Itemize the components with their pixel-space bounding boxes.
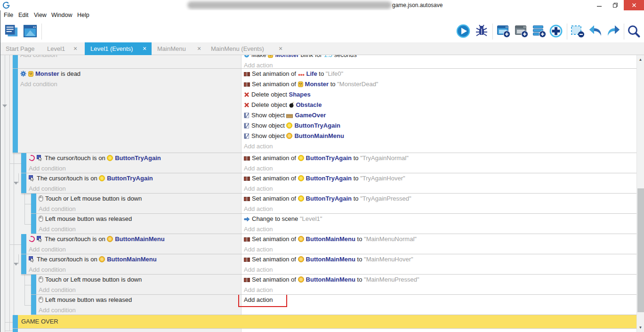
close-button[interactable]	[624, 0, 644, 10]
event-line[interactable]: Set animation of Monster to "MonsterDead…	[242, 79, 636, 89]
add-external-layout-icon[interactable]	[515, 24, 529, 39]
conditions-cell[interactable]: The cursor/touch is on ButtonTryAgainAdd…	[21, 173, 241, 193]
menu-file[interactable]: File	[4, 12, 13, 18]
minimize-button[interactable]	[592, 0, 606, 10]
actions-cell[interactable]: Set animation of ButtonTryAgain to "TryA…	[241, 173, 636, 193]
add-placeholder-line[interactable]: Add condition	[13, 79, 241, 89]
redo-icon[interactable]	[606, 24, 621, 39]
event-line[interactable]: Set animation of Life to "Life0"	[242, 69, 636, 79]
event-line[interactable]: Touch or Left mouse button is down	[31, 275, 241, 285]
add-placeholder-line[interactable]: Add action	[242, 265, 636, 275]
conditions-cell[interactable]: Left mouse button was releasedAdd condit…	[31, 214, 241, 234]
event-bar[interactable]	[31, 295, 36, 315]
restore-button[interactable]	[608, 0, 622, 10]
actions-cell[interactable]: Make Monster blink for 1.5 secondsAdd ac…	[241, 55, 636, 68]
conditions-cell[interactable]: Left mouse button was releasedAdd condit…	[31, 295, 241, 315]
scroll-up-icon[interactable]: ▲	[637, 57, 644, 62]
add-external-events-icon[interactable]	[532, 24, 547, 39]
event-line[interactable]: Delete object Obstacle	[242, 100, 636, 110]
conditions-cell[interactable]: The cursor/touch is on ButtonTryAgainAdd…	[21, 153, 241, 173]
event-line[interactable]: The cursor/touch is on ButtonTryAgain	[21, 173, 241, 184]
add-placeholder-line[interactable]: Add action	[242, 224, 636, 234]
add-placeholder-line[interactable]: Add condition	[21, 163, 241, 173]
add-placeholder-line[interactable]: Add condition	[31, 204, 241, 214]
event-line[interactable]: Set animation of ButtonMainMenu to "Main…	[242, 275, 636, 285]
add-placeholder-line[interactable]: Add condition	[31, 224, 241, 234]
deselect-icon[interactable]	[571, 24, 585, 39]
conditions-cell[interactable]: Monster is deadAdd condition	[13, 69, 241, 153]
menu-edit[interactable]: Edit	[18, 12, 29, 18]
project-manager-icon[interactable]	[4, 24, 19, 39]
conditions-cell[interactable]: The cursor/touch is on ButtonMainMenuAdd…	[21, 254, 241, 274]
event-line[interactable]: Make Monster blink for 1.5 seconds	[242, 55, 636, 60]
event-line[interactable]: Set animation of ButtonTryAgain to "TryA…	[242, 153, 636, 163]
event-line[interactable]: Show object ButtonTryAgain	[242, 121, 636, 131]
event-line[interactable]: Set animation of ButtonMainMenu to "Main…	[242, 254, 636, 265]
actions-cell[interactable]	[241, 329, 636, 332]
tab-start-page[interactable]: Start Page	[6, 45, 34, 52]
event-bar[interactable]	[21, 234, 26, 254]
actions-cell[interactable]: Set animation of Life to "Life0"Set anim…	[241, 69, 636, 153]
event-bar[interactable]	[13, 329, 18, 332]
actions-cell[interactable]: Set animation of ButtonMainMenu to "Main…	[241, 234, 636, 254]
event-line[interactable]: Show object ButtonMainMenu	[242, 131, 636, 141]
menu-help[interactable]: Help	[77, 12, 89, 18]
conditions-cell[interactable]: Touch or Left mouse button is downAdd co…	[31, 275, 241, 294]
actions-cell[interactable]: Change to scene "Level1"Add action	[241, 214, 636, 234]
add-placeholder-line[interactable]: Add action	[242, 295, 636, 305]
event-line[interactable]: Set animation of ButtonTryAgain to "TryA…	[242, 194, 636, 204]
tab-mainmenu[interactable]: MainMenu	[157, 45, 186, 52]
open-scene-window-icon[interactable]	[23, 24, 38, 39]
event-line[interactable]: Left mouse button was released	[31, 214, 241, 224]
event-line[interactable]: Change to scene "Level1"	[242, 214, 636, 224]
add-placeholder-line[interactable]: Add action	[242, 60, 636, 69]
vertical-scrollbar[interactable]: ▲▼	[636, 55, 644, 332]
menu-view[interactable]: View	[34, 12, 47, 18]
event-line[interactable]: Show object GameOver	[242, 110, 636, 121]
event-line[interactable]: Left mouse button was released	[31, 295, 241, 305]
play-icon[interactable]	[456, 24, 470, 39]
event-bar[interactable]	[21, 153, 26, 173]
event-bar[interactable]	[31, 275, 36, 294]
add-placeholder-line[interactable]: Add action	[242, 163, 636, 173]
actions-cell[interactable]: Add action	[241, 295, 636, 315]
actions-cell[interactable]: Set animation of ButtonMainMenu to "Main…	[241, 254, 636, 274]
menu-window[interactable]: Window	[51, 12, 72, 18]
event-line[interactable]: The cursor/touch is on ButtonTryAgain	[21, 153, 241, 163]
add-placeholder-line[interactable]: Add condition	[31, 305, 241, 315]
add-extension-icon[interactable]	[549, 24, 563, 39]
collapse-arrow-icon[interactable]	[14, 263, 18, 266]
add-placeholder-line[interactable]: Add action	[242, 141, 636, 152]
tab-close-icon[interactable]: ×	[279, 45, 282, 52]
undo-icon[interactable]	[588, 24, 603, 39]
tab-level1-events-[interactable]: Level1 (Events)×	[85, 42, 152, 55]
conditions-cell[interactable]: The cursor/touch is on ButtonMainMenuAdd…	[21, 234, 241, 254]
add-placeholder-line[interactable]: Add action	[242, 244, 636, 254]
scroll-down-icon[interactable]: ▼	[637, 325, 644, 330]
add-placeholder-line[interactable]: Add action	[242, 184, 636, 194]
tab-close-icon[interactable]: ×	[197, 45, 201, 52]
actions-cell[interactable]: Set animation of ButtonTryAgain to "TryA…	[241, 194, 636, 213]
event-bar[interactable]	[21, 173, 26, 193]
event-line[interactable]: Delete object Shapes	[242, 89, 636, 100]
event-line[interactable]: Touch or Left mouse button is down	[31, 194, 241, 204]
add-placeholder-line[interactable]: Add condition	[31, 285, 241, 295]
event-line[interactable]: The cursor/touch is on ButtonMainMenu	[21, 234, 241, 244]
actions-cell[interactable]: Set animation of ButtonMainMenu to "Main…	[241, 275, 636, 294]
event-bar[interactable]	[13, 55, 18, 68]
conditions-cell[interactable]: Touch or Left mouse button is downAdd co…	[31, 194, 241, 213]
add-placeholder-line[interactable]: Add action	[242, 285, 636, 295]
scrollbar-thumb[interactable]	[637, 188, 644, 312]
event-bar[interactable]	[13, 69, 18, 153]
tab-close-icon[interactable]: ×	[73, 45, 77, 52]
event-line[interactable]: Monster is dead	[13, 69, 241, 79]
debug-icon[interactable]	[475, 24, 489, 39]
event-line[interactable]: Set animation of ButtonTryAgain to "TryA…	[242, 173, 636, 184]
tab-level1[interactable]: Level1	[47, 45, 65, 52]
conditions-cell[interactable]: Add condition	[13, 55, 241, 68]
add-placeholder-line[interactable]: Add action	[242, 204, 636, 214]
search-icon[interactable]	[627, 24, 641, 39]
event-bar[interactable]	[13, 315, 18, 328]
add-placeholder-line[interactable]: Add condition	[13, 55, 241, 60]
add-scene-icon[interactable]	[497, 24, 511, 39]
